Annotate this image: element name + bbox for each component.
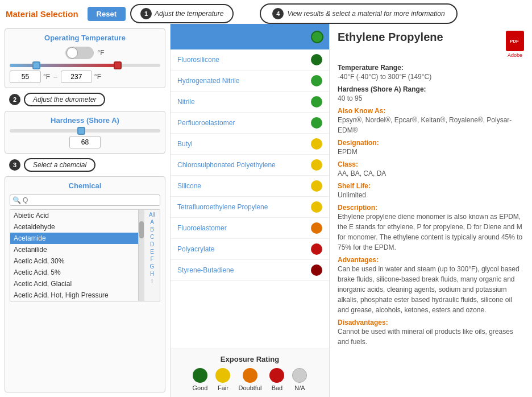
- material-indicator: [311, 201, 322, 213]
- list-item[interactable]: Acetaldehyde: [10, 221, 138, 233]
- exposure-rating-box: Exposure Rating Good Fair Doubtful: [171, 349, 329, 397]
- alpha-f[interactable]: F: [148, 255, 156, 263]
- list-item[interactable]: Abietic Acid: [10, 210, 138, 221]
- chemical-title: Chemical: [10, 181, 160, 190]
- material-row[interactable]: Polyacrylate: [171, 239, 329, 260]
- temperature-title: Operating Temperature: [10, 34, 160, 42]
- material-name: Styrene-Butadiene: [177, 266, 234, 274]
- header-indicator: [311, 31, 323, 43]
- legend-fair-circle: [215, 368, 230, 383]
- designation-value: EPDM: [338, 148, 358, 156]
- also-known-section: Also Know As: Epsyn®, Nordel®, Epcar®, K…: [338, 107, 524, 135]
- list-item[interactable]: Acetic Acid, 5%: [10, 267, 138, 278]
- temp-slider-max-thumb[interactable]: [114, 61, 122, 69]
- material-row[interactable]: Nitrile: [171, 92, 329, 113]
- material-row[interactable]: Tetrafluoroethylene Propylene: [171, 197, 329, 218]
- alpha-list: All A B C D E F G H I: [144, 210, 160, 286]
- material-name: Tetrafluoroethylene Propylene: [177, 203, 268, 211]
- hardness-slider-thumb[interactable]: [77, 127, 85, 135]
- temp-min-input[interactable]: [10, 71, 41, 83]
- list-item[interactable]: Acetic Acid, Hot, High Pressure: [10, 290, 138, 301]
- detail-title: Ethylene Propylene: [338, 31, 443, 44]
- alpha-a[interactable]: A: [148, 218, 156, 226]
- advantages-value: Can be used in water and steam (up to 30…: [338, 265, 519, 314]
- alpha-d[interactable]: D: [148, 241, 156, 248]
- hardness-range-value: 40 to 95: [338, 94, 362, 102]
- exposure-legend: Good Fair Doubtful Bad: [176, 368, 323, 391]
- alpha-all[interactable]: All: [147, 211, 157, 218]
- material-row[interactable]: Fluorosilicone: [171, 49, 329, 71]
- temp-range-section: Temperature Range: -40°F (-40°C) to 300°…: [338, 64, 524, 82]
- material-row[interactable]: Silicone: [171, 176, 329, 197]
- alpha-e[interactable]: E: [148, 248, 156, 255]
- temp-slider-min-thumb[interactable]: [32, 61, 40, 69]
- disadvantages-label: Disadvantages:: [338, 319, 388, 326]
- material-name: Polyacrylate: [177, 245, 214, 253]
- legend-bad-circle: [269, 368, 284, 383]
- alpha-c[interactable]: C: [148, 233, 156, 241]
- legend-bad-label: Bad: [272, 384, 283, 391]
- alpha-sidebar: All A B C D E F G H I: [144, 210, 160, 301]
- alpha-i[interactable]: I: [149, 278, 155, 285]
- material-row[interactable]: Perfluoroelastomer: [171, 113, 329, 134]
- temp-slider-fill: [10, 64, 115, 67]
- legend-fair: Fair: [215, 368, 230, 391]
- material-row[interactable]: Butyl: [171, 134, 329, 155]
- legend-doubtful-circle: [243, 368, 257, 383]
- temp-inputs: °F – °F: [10, 71, 160, 83]
- legend-fair-label: Fair: [218, 384, 228, 391]
- material-row[interactable]: Styrene-Butadiene: [171, 260, 329, 281]
- list-item[interactable]: Acetic Acid, 30%: [10, 255, 138, 267]
- material-row[interactable]: Fluoroelastomer: [171, 218, 329, 239]
- legend-doubtful-label: Doubtful: [238, 384, 261, 391]
- pdf-icon: PDF: [506, 31, 524, 51]
- material-row[interactable]: Chlorosulphonated Polyethylene: [171, 155, 329, 176]
- chemical-search-input[interactable]: [23, 196, 157, 204]
- annotation-text-4: View results & select a material for mor…: [287, 10, 444, 18]
- pdf-button[interactable]: PDF Adobe: [506, 31, 524, 58]
- material-indicator: [311, 117, 322, 129]
- hardness-range-label: Hardness (Shore A) Range:: [338, 85, 426, 93]
- shelf-life-label: Shelf Life:: [338, 182, 371, 190]
- legend-na-circle: [292, 368, 307, 383]
- pdf-label: Adobe: [508, 52, 522, 58]
- hardness-slider-track[interactable]: [10, 129, 160, 133]
- material-indicator: [311, 54, 322, 65]
- legend-doubtful: Doubtful: [238, 368, 261, 391]
- exposure-title: Exposure Rating: [176, 355, 323, 363]
- temp-max-input[interactable]: [61, 71, 92, 83]
- list-item[interactable]: Acetic Acid, Glacial: [10, 278, 138, 290]
- material-name: Fluorosilicone: [177, 56, 219, 64]
- annotation-num-4: 4: [272, 8, 284, 19]
- app-container: Material Selection Reset 1 Adjust the te…: [0, 0, 532, 397]
- alpha-b[interactable]: B: [148, 226, 156, 233]
- annotation-2: 2 Adjust the durometer: [9, 93, 165, 106]
- legend-na: N/A: [292, 368, 307, 391]
- alpha-g[interactable]: G: [148, 263, 157, 270]
- app-title: Material Selection: [6, 9, 78, 19]
- alpha-h[interactable]: H: [148, 270, 156, 278]
- temperature-slider[interactable]: [10, 64, 160, 67]
- annotation-1: 1 Adjust the temperature: [130, 4, 234, 23]
- materials-list: Fluorosilicone Hydrogenated Nitrile Nitr…: [171, 49, 329, 349]
- material-row[interactable]: Hydrogenated Nitrile: [171, 71, 329, 92]
- description-section: Description: Ethylene propylene diene mo…: [338, 204, 524, 253]
- list-item[interactable]: Acetanilide: [10, 244, 138, 255]
- middle-panel: Fluorosilicone Hydrogenated Nitrile Nitr…: [171, 24, 330, 397]
- temp-slider-track[interactable]: [10, 64, 160, 67]
- description-label: Description:: [338, 204, 377, 212]
- reset-button[interactable]: Reset: [88, 7, 126, 21]
- designation-section: Designation: EPDM: [338, 139, 524, 157]
- temp-max-unit: °F: [94, 73, 101, 81]
- pdf-svg: PDF: [509, 35, 521, 47]
- chemical-search-box[interactable]: 🔍: [10, 195, 160, 206]
- material-name: Perfluoroelastomer: [177, 119, 235, 127]
- hardness-slider[interactable]: [10, 129, 160, 133]
- temp-unit-toggle[interactable]: °F: [10, 47, 160, 59]
- chemical-list-scrollbar[interactable]: [138, 210, 144, 301]
- temp-range-label: Temperature Range:: [338, 64, 404, 72]
- list-item[interactable]: Acetamide: [10, 233, 138, 244]
- hardness-range-section: Hardness (Shore A) Range: 40 to 95: [338, 85, 524, 104]
- designation-label: Designation:: [338, 139, 379, 147]
- hardness-input[interactable]: [69, 136, 101, 148]
